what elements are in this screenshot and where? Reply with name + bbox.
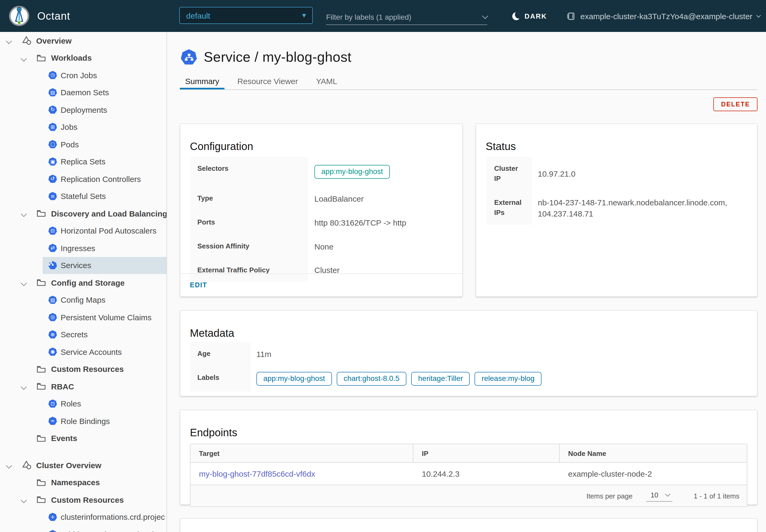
table-row: my-blog-ghost-77df85c6cd-vf6dx10.244.2.3… [190, 463, 747, 485]
sidebar-item-label: Ingresses [0, 244, 95, 253]
sidebar-item-label: Discovery and Load Balancing [0, 209, 166, 218]
theme-toggle-label: DARK [524, 12, 547, 20]
sidebar-item-label: Pods [0, 140, 79, 149]
sidebar-item-events[interactable]: Events [0, 430, 166, 447]
external-ips-label: External IPs [487, 191, 532, 225]
sidebar-item-horizontal-pod-autoscalers[interactable]: ⊟Horizontal Pod Autoscalers [0, 222, 166, 239]
sidebar-item-csidrivers-csi-storage-k8s-io[interactable]: +csidrivers.csi.storage.k8s.io [0, 526, 166, 532]
page-size-select[interactable]: 10 [646, 490, 672, 502]
sidebar-item-custom-resources[interactable]: Custom Resources [0, 491, 166, 508]
sidebar-item-label: RBAC [0, 382, 74, 391]
sidebar-item-label: Stateful Sets [0, 192, 106, 201]
sidebar-item-label: Persistent Volume Claims [0, 313, 152, 322]
sidebar-item-persistent-volume-claims[interactable]: ◎Persistent Volume Claims [0, 309, 166, 326]
sidebar-item-stateful-sets[interactable]: ≡Stateful Sets [0, 188, 166, 205]
sidebar-item-secrets[interactable]: ⊗Secrets [0, 326, 166, 343]
sidebar-item-cron-jobs[interactable]: ◷Cron Jobs [0, 67, 166, 84]
sidebar-item-workloads[interactable]: Workloads [0, 49, 166, 67]
sidebar-item-label: Custom Resources [0, 495, 124, 504]
column-header-ip: IP [413, 444, 560, 462]
tab-bar: SummaryResource ViewerYAML [180, 74, 757, 90]
sidebar-item-label: Service Accounts [0, 347, 122, 356]
sidebar-item-custom-resources[interactable]: Custom Resources [0, 360, 166, 378]
label-tag[interactable]: app:my-blog-ghost [256, 372, 332, 386]
sidebar-item-pods[interactable]: ▢Pods [0, 136, 166, 153]
namespace-dropdown[interactable]: default ▼ [179, 7, 313, 24]
label-filter-text: Filter by labels (1 applied) [326, 13, 483, 21]
status-table: Cluster IP10.97.21.0External IPsnb-104-2… [487, 157, 746, 225]
page-title-row: Service / my-blog-ghost [181, 49, 351, 65]
sidebar-item-roles[interactable]: ⊡Roles [0, 395, 166, 412]
edit-link[interactable]: EDIT [190, 281, 207, 289]
status-title: Status [486, 140, 516, 152]
selector-tag[interactable]: app:my-blog-ghost [314, 165, 390, 179]
sidebar-item-overview[interactable]: Overview [0, 32, 166, 49]
session-affinity-label: Session Affinity [190, 234, 308, 258]
sidebar-item-label: Horizontal Pod Autoscalers [0, 226, 156, 235]
labels-label: Labels [190, 366, 251, 392]
sidebar-nav: OverviewWorkloads◷Cron Jobs▤Daemon Sets↻… [0, 32, 167, 532]
configuration-footer: EDIT [180, 273, 462, 296]
sidebar-item-replica-sets[interactable]: ▣Replica Sets [0, 153, 166, 170]
labels-tag-list: app:my-blog-ghostchart:ghost-8.0.5herita… [256, 372, 542, 386]
sidebar-item-ingresses[interactable]: ⇄Ingresses [0, 239, 166, 257]
sidebar-item-daemon-sets[interactable]: ▤Daemon Sets [0, 84, 166, 101]
sidebar-item-label: Config and Storage [0, 278, 125, 287]
caret-down-icon: ▼ [302, 13, 306, 18]
configuration-card: Configuration Selectorsapp:my-blog-ghost… [180, 123, 463, 297]
sidebar-item-rbac[interactable]: RBAC [0, 378, 166, 395]
sidebar-item-service-accounts[interactable]: ◉Service Accounts [0, 343, 166, 360]
sidebar-item-label: Workloads [0, 53, 92, 63]
events-card: Events [180, 518, 757, 532]
sidebar-item-config-maps[interactable]: ▤Config Maps [0, 291, 166, 309]
cluster-ip-value: 10.97.21.0 [532, 157, 746, 191]
selectors-value: app:my-blog-ghost [308, 157, 453, 187]
age-value: 11m [251, 342, 747, 366]
sidebar-item-label: Events [0, 434, 77, 443]
endpoint-target-link[interactable]: my-blog-ghost-77df85c6cd-vf6dx [199, 469, 315, 478]
label-tag[interactable]: release:my-blog [475, 372, 542, 386]
delete-button[interactable]: DELETE [714, 97, 757, 111]
main-content: Service / my-blog-ghost SummaryResource … [167, 32, 766, 532]
sidebar-item-jobs[interactable]: ⊞Jobs [0, 118, 166, 136]
label-filter[interactable]: Filter by labels (1 applied) [326, 10, 487, 25]
label-tag[interactable]: chart:ghost-8.0.5 [337, 372, 406, 386]
metadata-title: Metadata [190, 327, 234, 339]
tab-yaml[interactable]: YAML [311, 74, 342, 89]
endpoints-title: Endpoints [190, 426, 237, 439]
context-selector[interactable]: example-cluster-ka3TuTzYo4a@example-clus… [567, 0, 760, 32]
app-logo[interactable]: Octant [9, 0, 70, 32]
tab-resource-viewer[interactable]: Resource Viewer [232, 74, 303, 89]
sidebar-item-replication-controllers[interactable]: ↺Replication Controllers [0, 170, 166, 188]
sidebar-item-role-bindings[interactable]: ∞Role Bindings [0, 412, 166, 430]
ports-value: http 80:31626/TCP -> http [308, 211, 453, 235]
sidebar-item-discovery-and-load-balancing[interactable]: Discovery and Load Balancing [0, 205, 166, 222]
octant-logo-icon [9, 5, 30, 27]
sidebar-item-label: Cron Jobs [0, 71, 97, 80]
sidebar-item-config-and-storage[interactable]: Config and Storage [0, 274, 166, 291]
metadata-card: Metadata Age 11m Labels app:my-blog-ghos… [180, 310, 757, 396]
sidebar-item-label: Daemon Sets [0, 88, 109, 97]
app-header: Octant default ▼ Filter by labels (1 app… [0, 0, 766, 32]
window-icon [567, 12, 576, 20]
sidebar-item-services[interactable]: Services [0, 257, 166, 274]
app-title: Octant [37, 10, 70, 22]
chevron-down-icon [482, 13, 488, 19]
sidebar-item-label: Replica Sets [0, 157, 105, 166]
sidebar-item-cluster-overview[interactable]: Cluster Overview [0, 456, 166, 474]
session-affinity-value: None [308, 234, 453, 258]
endpoint-ip: 10.244.2.3 [413, 469, 560, 478]
label-tag[interactable]: heritage:Tiller [411, 372, 470, 386]
configuration-title: Configuration [190, 140, 253, 152]
endpoints-card: Endpoints TargetIPNode Name my-blog-ghos… [180, 410, 757, 505]
sidebar-item-clusterinformations-crd-projec[interactable]: +clusterinformations.crd.projec [0, 508, 166, 526]
sidebar-item-deployments[interactable]: ↻Deployments [0, 101, 166, 118]
sidebar-item-label: Services [0, 261, 91, 270]
sidebar-item-namespaces[interactable]: Namespaces [0, 474, 166, 491]
context-label: example-cluster-ka3TuTzYo4a@example-clus… [580, 11, 752, 20]
page-size-value: 10 [651, 491, 658, 499]
theme-toggle[interactable]: DARK [512, 0, 547, 32]
tab-summary[interactable]: Summary [180, 74, 224, 89]
sidebar-item-label: Jobs [0, 123, 77, 132]
sidebar-item-label: Roles [0, 399, 81, 408]
